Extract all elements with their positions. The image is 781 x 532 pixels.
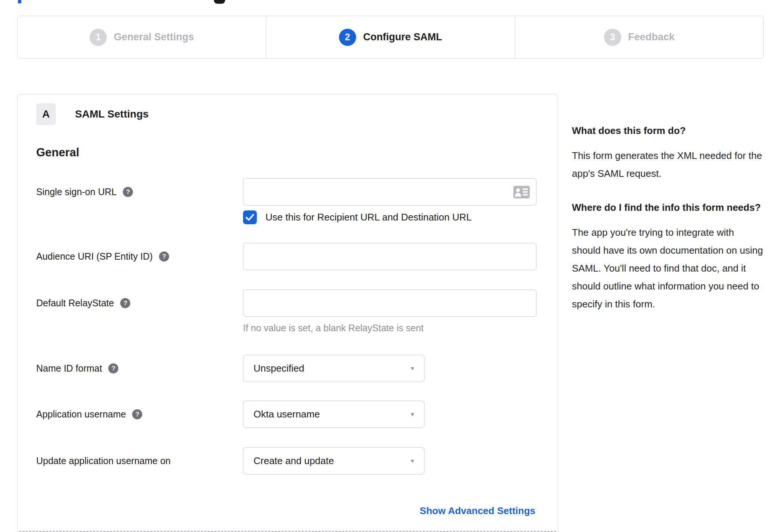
sidebar-paragraph-what: This form generates the XML needed for t… — [572, 147, 765, 182]
audience-uri-label: Audience URI (SP Entity ID) — [36, 251, 153, 262]
step-general-settings[interactable]: 1 General Settings — [18, 16, 266, 58]
name-id-format-selected-value: Unspecified — [253, 363, 304, 374]
default-relaystate-hint: If no value is set, a blank RelayState i… — [243, 323, 536, 334]
help-sidebar: What does this form do? This form genera… — [572, 122, 765, 313]
step-2-badge: 2 — [339, 29, 356, 46]
update-application-username-label: Update application username on — [36, 456, 171, 466]
step-1-badge: 1 — [90, 29, 107, 46]
application-username-help-icon[interactable]: ? — [132, 409, 142, 419]
panel-header: A SAML Settings — [36, 103, 535, 125]
audience-uri-help-icon[interactable]: ? — [159, 251, 169, 262]
step-2-label: Configure SAML — [363, 31, 442, 43]
update-application-username-row: Update application username on Create an… — [36, 447, 535, 475]
contact-card-icon — [513, 186, 530, 198]
application-username-select[interactable]: Okta username ▾ — [243, 401, 424, 428]
sso-url-row: Single sign-on URL ? — [36, 178, 535, 224]
general-group-title: General — [36, 146, 535, 159]
recipient-url-checkbox-row[interactable]: Use this for Recipient URL and Destinati… — [243, 210, 536, 224]
sidebar-heading-what: What does this form do? — [572, 122, 765, 139]
name-id-format-help-icon[interactable]: ? — [108, 363, 118, 373]
recipient-url-checkbox[interactable] — [243, 210, 257, 224]
cutoff-blue-element — [18, 0, 21, 3]
recipient-url-checkbox-label: Use this for Recipient URL and Destinati… — [265, 212, 472, 223]
saml-settings-panel: A SAML Settings General Single sign-on U… — [17, 94, 558, 532]
audience-uri-input[interactable] — [243, 243, 536, 270]
default-relaystate-input[interactable] — [243, 290, 536, 317]
step-3-badge: 3 — [604, 29, 621, 46]
advanced-settings-row: Show Advanced Settings — [36, 505, 535, 517]
sidebar-paragraph-where: The app you're trying to integrate with … — [572, 223, 765, 313]
default-relaystate-row: Default RelayState ? If no value is set,… — [36, 290, 535, 334]
update-application-username-select[interactable]: Create and update ▾ — [243, 447, 424, 475]
chevron-down-icon: ▾ — [411, 364, 414, 372]
sso-url-label: Single sign-on URL — [36, 187, 116, 197]
section-title: SAML Settings — [75, 108, 149, 120]
chevron-down-icon: ▾ — [411, 457, 414, 465]
application-username-label: Application username — [36, 409, 126, 420]
sso-url-help-icon[interactable]: ? — [123, 187, 133, 197]
name-id-format-select[interactable]: Unspecified ▾ — [243, 355, 424, 382]
update-application-username-selected-value: Create and update — [253, 455, 334, 467]
wizard-stepper: 1 General Settings 2 Configure SAML 3 Fe… — [17, 16, 764, 59]
name-id-format-label: Name ID format — [36, 363, 102, 374]
show-advanced-settings-link[interactable]: Show Advanced Settings — [420, 505, 535, 516]
cutoff-dark-element — [214, 0, 225, 4]
application-username-row: Application username ? Okta username ▾ — [36, 401, 535, 428]
chevron-down-icon: ▾ — [411, 410, 414, 418]
step-configure-saml[interactable]: 2 Configure SAML — [266, 16, 515, 58]
step-1-label: General Settings — [114, 31, 194, 43]
step-feedback[interactable]: 3 Feedback — [515, 16, 763, 58]
default-relaystate-help-icon[interactable]: ? — [120, 298, 130, 308]
step-3-label: Feedback — [628, 31, 675, 43]
sso-url-input[interactable] — [243, 178, 536, 206]
section-letter-badge: A — [36, 103, 56, 125]
application-username-selected-value: Okta username — [253, 409, 320, 420]
default-relaystate-label: Default RelayState — [36, 298, 114, 309]
audience-uri-row: Audience URI (SP Entity ID) ? — [36, 243, 535, 270]
name-id-format-row: Name ID format ? Unspecified ▾ — [36, 355, 535, 382]
sidebar-heading-where: Where do I find the info this form needs… — [572, 199, 765, 216]
